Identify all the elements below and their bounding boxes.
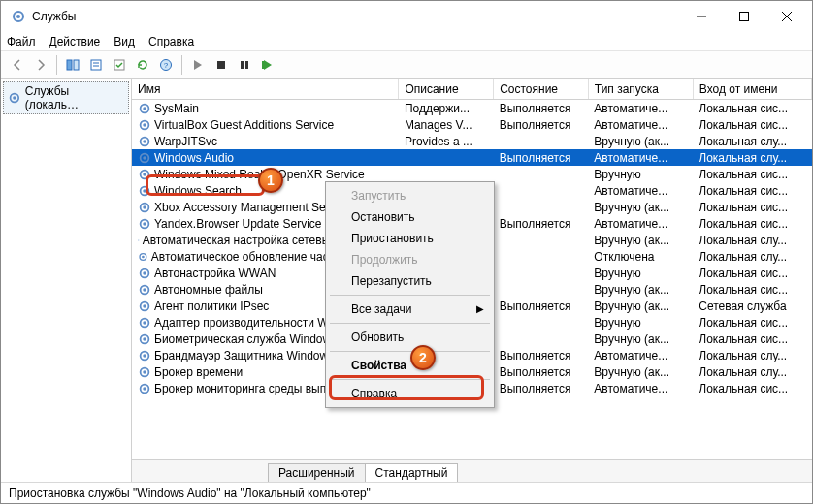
service-startup: Вручную (ак...: [588, 298, 693, 314]
table-row[interactable]: Windows Mixed Reality OpenXR ServiceВруч…: [132, 166, 812, 182]
svg-point-1: [16, 15, 20, 18]
tab-standard[interactable]: Стандартный: [365, 463, 459, 482]
back-button[interactable]: [7, 54, 28, 76]
table-row[interactable]: VirtualBox Guest Additions ServiceManage…: [132, 116, 812, 133]
ctx-resume: Продолжить: [328, 249, 492, 270]
menu-view[interactable]: Вид: [114, 35, 135, 48]
service-icon: [138, 151, 151, 165]
service-logon: Локальная слу...: [693, 232, 811, 248]
service-state: Выполняется: [494, 149, 589, 166]
service-desc: Provides a ...: [399, 133, 494, 149]
service-logon: Локальная сис...: [693, 100, 811, 117]
show-hide-button[interactable]: [62, 54, 83, 76]
service-state: [494, 265, 589, 281]
service-startup: Вручную: [588, 166, 693, 182]
svg-text:?: ?: [164, 61, 169, 70]
service-state: [494, 133, 589, 149]
service-icon: [138, 283, 151, 297]
context-menu: Запустить Остановить Приостановить Продо…: [325, 181, 495, 408]
forward-button[interactable]: [30, 54, 51, 76]
service-logon: Локальная сис...: [693, 265, 811, 281]
col-desc[interactable]: Описание: [399, 79, 494, 100]
service-state: [494, 182, 589, 199]
service-state: [494, 314, 589, 331]
service-icon: [138, 365, 151, 379]
service-state: [494, 232, 589, 248]
service-icon: [138, 299, 151, 313]
menu-help[interactable]: Справка: [148, 35, 194, 48]
service-logon: Локальная сис...: [693, 331, 811, 347]
svg-point-49: [143, 337, 146, 341]
svg-rect-16: [245, 61, 248, 69]
service-startup: Автоматиче...: [588, 215, 693, 232]
pause-service-button[interactable]: [234, 54, 255, 76]
sidebar: Службы (локаль…: [1, 79, 132, 482]
minimize-button[interactable]: [680, 2, 723, 31]
help-button[interactable]: ?: [155, 54, 177, 76]
svg-rect-14: [217, 61, 225, 69]
service-name: WarpJITSvc: [154, 135, 217, 148]
service-startup: Автоматиче...: [588, 116, 693, 133]
service-name: Yandex.Browser Update Service: [154, 217, 322, 231]
menu-file[interactable]: Файл: [7, 35, 36, 48]
service-startup: Вручную (ак...: [588, 281, 693, 298]
view-tabs: Расширенный Стандартный: [132, 460, 812, 482]
close-button[interactable]: [765, 2, 808, 31]
service-startup: Автоматиче...: [588, 347, 693, 363]
service-desc: Manages V...: [399, 116, 494, 133]
service-logon: Локальная сис...: [693, 166, 811, 182]
service-state: Выполняется: [494, 347, 589, 363]
service-logon: Локальная слу...: [693, 363, 811, 380]
service-logon: Локальная сис...: [693, 314, 811, 331]
service-state: [494, 281, 589, 298]
menu-action[interactable]: Действие: [49, 35, 101, 48]
svg-point-51: [143, 354, 146, 358]
ctx-restart[interactable]: Перезапустить: [328, 270, 492, 292]
svg-point-21: [143, 107, 146, 110]
service-startup: Вручную: [588, 265, 693, 281]
col-state[interactable]: Состояние: [494, 79, 589, 100]
service-state: Выполняется: [494, 116, 589, 133]
service-logon: Локальная слу...: [693, 133, 811, 149]
service-state: [494, 199, 589, 215]
maximize-button[interactable]: [723, 2, 765, 31]
service-icon: [138, 168, 151, 181]
service-name: Автонастройка WWAN: [154, 267, 276, 280]
service-startup: Вручную (ак...: [588, 199, 693, 215]
service-logon: Локальная сис...: [693, 182, 811, 199]
service-name: Автономные файлы: [154, 283, 263, 297]
col-startup[interactable]: Тип запуска: [588, 79, 693, 100]
col-logon[interactable]: Вход от имени: [693, 79, 811, 100]
svg-point-55: [143, 387, 146, 391]
svg-point-53: [143, 370, 146, 374]
ctx-stop[interactable]: Остановить: [328, 206, 492, 228]
service-name: VirtualBox Guest Additions Service: [154, 118, 334, 132]
service-logon: Локальная слу...: [693, 347, 811, 363]
service-icon: [138, 234, 140, 247]
service-icon: [138, 201, 151, 214]
stop-service-button[interactable]: [211, 54, 232, 76]
table-row[interactable]: SysMainПоддержи...ВыполняетсяАвтоматиче.…: [132, 100, 812, 117]
tab-extended[interactable]: Расширенный: [268, 463, 366, 482]
svg-point-41: [143, 271, 146, 275]
refresh-button[interactable]: [132, 54, 153, 76]
service-icon: [138, 217, 151, 231]
svg-rect-7: [74, 60, 79, 70]
col-name[interactable]: Имя: [132, 79, 399, 100]
service-logon: Сетевая служба: [693, 298, 811, 314]
table-row[interactable]: Windows AudioВыполняетсяАвтоматиче...Лок…: [132, 149, 812, 166]
export-button[interactable]: [109, 54, 130, 76]
annotation-callout-2: 2: [410, 345, 436, 370]
ctx-help[interactable]: Справка: [328, 383, 492, 404]
svg-point-31: [143, 189, 146, 193]
restart-service-button[interactable]: [257, 54, 278, 76]
ctx-refresh[interactable]: Обновить: [328, 327, 492, 348]
ctx-pause[interactable]: Приостановить: [328, 228, 492, 249]
service-state: Выполняется: [494, 363, 589, 380]
ctx-alltasks[interactable]: Все задачи▶: [328, 299, 492, 320]
table-row[interactable]: WarpJITSvcProvides a ...Вручную (ак...Ло…: [132, 133, 812, 149]
start-service-button[interactable]: [187, 54, 209, 76]
service-startup: Вручную: [588, 314, 693, 331]
sidebar-item-services[interactable]: Службы (локаль…: [3, 81, 129, 114]
properties-button[interactable]: [85, 54, 107, 76]
